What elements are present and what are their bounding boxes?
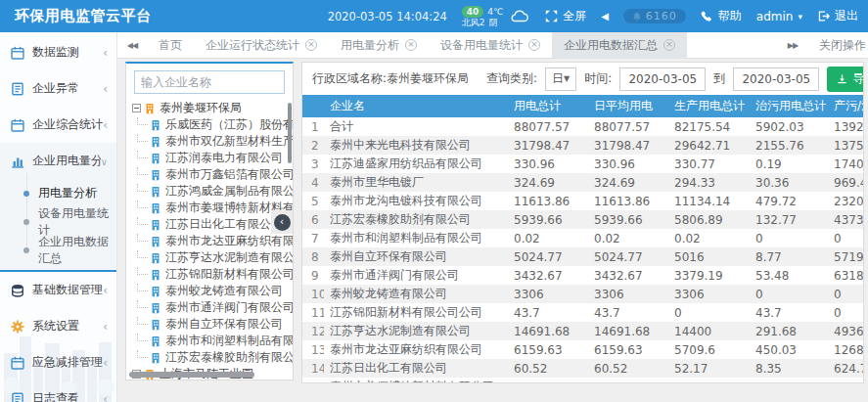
tree-node[interactable]: 江苏锦阳新材料有限公司公司: [132, 266, 293, 283]
sidebar-subitem[interactable]: 设备用电量统计: [0, 207, 116, 236]
tree-node[interactable]: 泰州市龙达亚麻纺织有限公司: [132, 233, 293, 249]
tree-node[interactable]: 乐威医药（江苏）股份有限公司: [132, 116, 293, 133]
sidebar-item[interactable]: 基础数据管理: [0, 272, 116, 308]
table-row[interactable]: 9 泰州市通洋阀门有限公司 3432.67 3432.67 3379.19 53…: [302, 266, 864, 285]
total-power-cell: 830.84: [508, 378, 588, 383]
table-header-row: 企业名用电总计日平均用电生产用电总计治污用电总计产污/治污(用: [302, 95, 864, 117]
column-header[interactable]: 产污/治污(用: [828, 95, 864, 117]
tab[interactable]: 企业用电数据汇总: [552, 32, 687, 58]
table-row[interactable]: 15 泰州市姜堰博特新材料有限公司 830.84 830.84 738.43 4…: [302, 378, 864, 383]
tree-guide-line: [137, 167, 148, 175]
sidebar-item[interactable]: 应急减排管理: [0, 344, 116, 380]
sidebar-item[interactable]: 日志查看: [0, 380, 116, 402]
collapse-panel-icon[interactable]: ‹: [274, 214, 291, 231]
total-power-cell: 6159.63: [508, 340, 588, 359]
table-row[interactable]: 6 江苏宏泰橡胶助剂有限公司 5939.66 5939.66 5806.89 1…: [302, 210, 864, 229]
sidebar-item[interactable]: 系统设置: [0, 308, 116, 344]
date-to-input[interactable]: [733, 67, 819, 91]
daily-average-cell: 88077.57: [588, 117, 668, 136]
sidebar-item-icon: [11, 82, 24, 96]
close-operations-menu[interactable]: 关闭操作: [819, 37, 866, 54]
table-row[interactable]: 14 江苏日出化工有限公司 60.52 60.52 52.17 8.35 624…: [302, 359, 864, 378]
tree-node-label: 泰州市龙达亚麻纺织有限公司: [165, 233, 293, 249]
ratio-cell: 4803.43: [828, 378, 864, 383]
column-header[interactable]: 生产用电总计: [668, 95, 750, 117]
panel-collapse-area: ‹: [271, 210, 293, 234]
export-button[interactable]: 导出: [827, 67, 864, 92]
pollution-control-power-cell: 53.48: [750, 266, 828, 285]
column-header[interactable]: 企业名: [324, 95, 508, 117]
logout-label: 退出: [835, 8, 858, 24]
vertical-scrollbar[interactable]: [288, 103, 292, 163]
tree-node[interactable]: 泰州市姜堰博特新材料有限公司: [132, 200, 293, 216]
tree-collapse-toggle-icon[interactable]: [132, 104, 141, 112]
tree-node[interactable]: 泰州姜堰环保局: [132, 100, 293, 116]
tree-node[interactable]: 泰州市和润塑料制品有限公司: [132, 333, 293, 349]
tree-node[interactable]: 江苏日出化工有限公司: [132, 216, 293, 233]
table-row[interactable]: 11 江苏锦阳新材料有限公司公司 43.7 43.7 0 43.7 0: [302, 303, 864, 322]
table-row[interactable]: 8 泰州自立环保有限公司 5024.77 5024.77 5016 8.77 5…: [302, 247, 864, 266]
table-row[interactable]: 5 泰州市龙沟电镀科技有限公司 11613.86 11613.86 11134.…: [302, 192, 864, 210]
table-row[interactable]: 12 江苏亨达水泥制造有限公司 14691.68 14691.68 14400 …: [302, 322, 864, 340]
table-row[interactable]: 13 泰州市龙达亚麻纺织有限公司 6159.63 6159.63 5709.6 …: [302, 340, 864, 359]
building-icon: [150, 153, 161, 164]
tab-close-icon[interactable]: [305, 39, 317, 51]
help-button[interactable]: 帮助: [701, 8, 742, 24]
date-from-input[interactable]: [619, 67, 706, 91]
horizontal-scrollbar[interactable]: [129, 372, 254, 378]
fullscreen-button[interactable]: 全屏: [545, 8, 586, 24]
row-index-cell: 14: [302, 359, 324, 378]
tree-node[interactable]: 江苏润泰电力有限公司: [132, 150, 293, 166]
tree-node[interactable]: 泰州市双亿新型材料生产有限公司: [132, 133, 293, 150]
scroll-tabs-right-icon[interactable]: ▶▶: [778, 41, 807, 50]
sidebar-item[interactable]: 企业综合统计: [0, 107, 116, 143]
enterprise-name-cell: 泰州蛟龙铸造有限公司: [324, 285, 508, 303]
tree-node[interactable]: 泰州蛟龙铸造有限公司: [132, 283, 293, 299]
sound-toggle-icon[interactable]: ◀: [601, 11, 609, 22]
scroll-tabs-left-icon[interactable]: ◀◀: [117, 41, 147, 50]
table-row[interactable]: 3 江苏迪盛家用纺织品有限公司 330.96 330.96 330.77 0.1…: [302, 155, 864, 173]
tree-node[interactable]: 泰州市万鑫铝箔有限公司: [132, 166, 293, 183]
sidebar-subitem[interactable]: 企业用电数据汇总: [0, 236, 116, 264]
sidebar-subitem[interactable]: 用电量分析: [0, 179, 116, 207]
tab[interactable]: 用电量分析: [329, 32, 429, 58]
tree-node[interactable]: 江苏鸿威金属制品有限公司: [132, 183, 293, 200]
building-icon: [150, 335, 161, 347]
tree-node-label: 江苏润泰电力有限公司: [165, 150, 283, 166]
sidebar: 数据监测 企业异常 企业综合统计: [0, 32, 117, 402]
column-header[interactable]: 治污用电总计: [750, 95, 828, 117]
query-type-select[interactable]: 日 ▼: [545, 67, 576, 91]
production-power-cell: 3306: [668, 285, 750, 303]
tree-node[interactable]: 泰州自立环保有限公司: [132, 316, 293, 333]
tree-node[interactable]: 江苏宏泰橡胶助剂有限公司: [132, 349, 293, 366]
tree-node[interactable]: 泰州市通洋阀门有限公司: [132, 299, 293, 316]
tabs: 首页 企业运行状态统计 用电量分析 设备用电量统计 企业用电数据汇总: [147, 32, 687, 58]
total-power-cell: 88077.57: [508, 117, 588, 136]
tab-close-icon[interactable]: [663, 39, 675, 51]
table-row[interactable]: 1 合计 88077.57 88077.57 82175.54 5902.03 …: [302, 117, 864, 136]
chevron-icon: [103, 118, 108, 132]
sidebar-item[interactable]: 企业用电量分析 用电量分析 设备用电量统计: [0, 143, 116, 272]
logout-button[interactable]: 退出: [817, 8, 858, 24]
tab-close-icon[interactable]: [528, 39, 540, 51]
sidebar-item[interactable]: 数据监测: [0, 34, 116, 70]
table-row[interactable]: 2 泰州中来光电科技有限公司 31798.47 31798.47 29642.7…: [302, 136, 864, 155]
ratio-cell: 0: [828, 285, 864, 303]
user-menu[interactable]: admin ▾: [756, 10, 802, 23]
column-header[interactable]: 用电总计: [508, 95, 588, 117]
sidebar-item[interactable]: 企业异常: [0, 70, 116, 107]
table-row[interactable]: 4 泰州市里华电镀厂 324.69 324.69 294.33 30.36 96…: [302, 173, 864, 192]
tab[interactable]: 企业运行状态统计: [194, 32, 329, 58]
search-input[interactable]: [134, 70, 285, 94]
building-icon: [150, 286, 161, 297]
column-header[interactable]: 日平均用电: [588, 95, 668, 117]
tab-close-icon[interactable]: [405, 39, 417, 51]
table-row[interactable]: 10 泰州蛟龙铸造有限公司 3306 3306 3306 0 0: [302, 285, 864, 303]
tab[interactable]: 设备用电量统计: [429, 32, 552, 58]
sidebar-item-label: 日志查看: [32, 390, 79, 402]
table-row[interactable]: 7 泰州市和润塑料制品有限公司 0.02 0.02 0.02 0 0: [302, 229, 864, 247]
alarm-count-badge[interactable]: 6160: [623, 9, 686, 23]
tab[interactable]: 首页: [147, 32, 194, 58]
ratio-cell: 1392.33: [828, 117, 864, 136]
tree-node[interactable]: 江苏亨达水泥制造有限公司: [132, 249, 293, 266]
